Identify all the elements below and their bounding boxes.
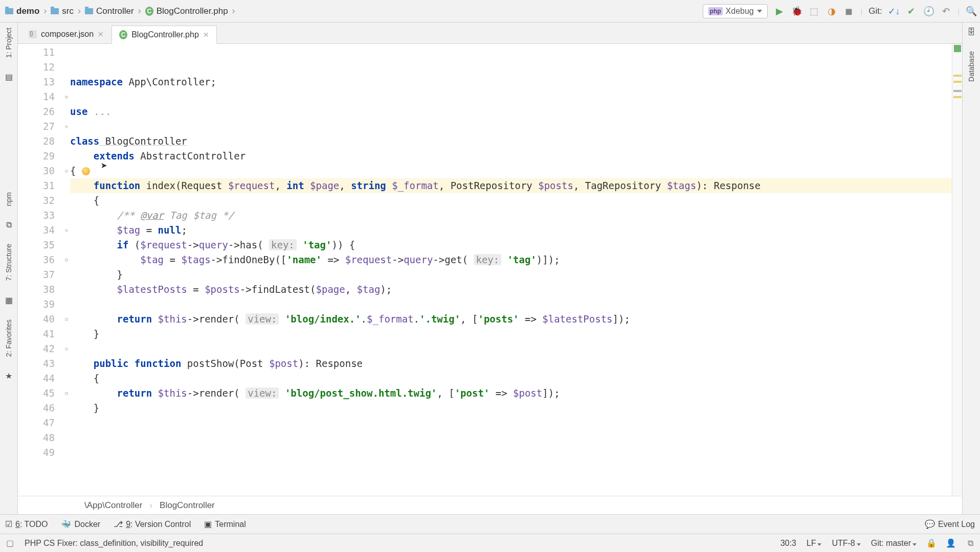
- tool-tab-todo[interactable]: ☑ 6: TODO: [5, 519, 48, 529]
- close-icon[interactable]: ✕: [98, 30, 104, 38]
- php-class-icon: C: [119, 31, 127, 39]
- line-number: 39: [18, 297, 55, 312]
- fold-icon[interactable]: ⊟: [63, 312, 70, 327]
- tab-label: composer.json: [41, 30, 94, 39]
- debug-icon[interactable]: 🐞: [791, 6, 803, 17]
- php-class-icon: C: [145, 7, 153, 15]
- line-number: 44: [18, 371, 55, 386]
- main: 1: Project ▤ npm ⧉ 7: Structure ▦ 2: Fav…: [0, 22, 980, 514]
- run-icon[interactable]: ▶: [774, 6, 785, 17]
- line-number: 11: [18, 45, 55, 60]
- tool-tab-vcs[interactable]: ⎇ 9: Version Control: [114, 519, 191, 529]
- intention-bulb-icon[interactable]: [82, 167, 90, 175]
- error-stripe[interactable]: [952, 44, 962, 496]
- line-number: 49: [18, 445, 55, 460]
- project-icon[interactable]: ▤: [5, 72, 13, 82]
- line-number: 30: [18, 164, 55, 178]
- breadcrumb-label: BlogController.php: [157, 6, 228, 16]
- fold-icon[interactable]: ⊖: [63, 119, 70, 134]
- history-icon[interactable]: 🕘: [923, 6, 934, 17]
- tool-tab-terminal[interactable]: ▣ Terminal: [204, 519, 246, 529]
- tool-tab-event-log[interactable]: 💬 Event Log: [925, 519, 975, 529]
- code-editor[interactable]: 11 12 13 14 26 27 28 29 30 31 32 33 34 3…: [18, 44, 962, 496]
- rail-label: 1: Project: [5, 28, 13, 58]
- npm-icon[interactable]: ▦: [5, 295, 13, 305]
- rail-label: 2: Favorites: [5, 319, 13, 357]
- tool-window-toggle-icon[interactable]: ▢: [5, 539, 14, 548]
- tab-label: BlogController.php: [131, 30, 199, 39]
- fold-column[interactable]: ⊕ ⊖ ⊖ ⊖ ⊟ ⊟ ⊖ ⊟: [63, 44, 70, 496]
- right-tool-rail: 🗄 Database: [962, 22, 980, 514]
- line-number: 37: [18, 267, 55, 282]
- close-icon[interactable]: ✕: [203, 31, 209, 39]
- git-branch-select[interactable]: Git: master: [871, 539, 917, 548]
- chevron-right-icon: ›: [232, 6, 235, 16]
- rail-item-project[interactable]: 1: Project: [5, 28, 13, 58]
- fold-icon[interactable]: ⊖: [63, 341, 70, 356]
- line-number: 31: [18, 178, 55, 193]
- statusbar: ▢ PHP CS Fixer: class_definition, visibi…: [0, 534, 980, 552]
- line-separator[interactable]: LF: [807, 539, 822, 548]
- tab-composer-json[interactable]: composer.json ✕: [21, 25, 112, 43]
- coverage-icon[interactable]: ⬚: [809, 6, 820, 17]
- favorites-icon[interactable]: ★: [5, 371, 12, 381]
- rail-label: 7: Structure: [5, 244, 13, 281]
- breadcrumb-label: demo: [16, 6, 39, 16]
- folder-icon: [85, 7, 93, 15]
- breadcrumb-item-file[interactable]: C BlogController.php: [143, 5, 230, 17]
- breadcrumb-item-controller[interactable]: Controller: [83, 5, 136, 17]
- rail-item-npm[interactable]: 7: Structure: [5, 244, 13, 281]
- rail-item-database[interactable]: Database: [967, 51, 975, 82]
- left-tool-rail: 1: Project ▤ npm ⧉ 7: Structure ▦ 2: Fav…: [0, 22, 18, 514]
- git-label: Git:: [868, 6, 882, 16]
- fold-icon[interactable]: ⊖: [63, 223, 70, 238]
- gutter[interactable]: 11 12 13 14 26 27 28 29 30 31 32 33 34 3…: [18, 44, 63, 496]
- rail-label: Database: [967, 51, 975, 82]
- fold-icon[interactable]: ⊟: [63, 252, 70, 267]
- docker-icon: 🐳: [61, 519, 71, 529]
- chevron-down-icon: [757, 10, 762, 13]
- encoding-select[interactable]: UTF-8: [832, 539, 860, 548]
- database-icon[interactable]: 🗄: [967, 28, 975, 37]
- git-update-icon[interactable]: ✓↓: [888, 6, 900, 17]
- line-number: 14: [18, 89, 55, 104]
- line-number: 27: [18, 119, 55, 134]
- breadcrumb-item-src[interactable]: src: [49, 5, 76, 17]
- line-number: 38: [18, 282, 55, 297]
- stop-icon[interactable]: ◼: [843, 6, 855, 17]
- fold-icon[interactable]: ⊟: [63, 386, 70, 401]
- analysis-ok-icon: [954, 45, 961, 52]
- run-config-select[interactable]: php Xdebug: [703, 4, 768, 18]
- fold-icon[interactable]: ⊕: [63, 89, 70, 104]
- tool-tab-label: Terminal: [215, 520, 246, 529]
- tab-blogcontroller[interactable]: C BlogController.php ✕: [112, 26, 217, 44]
- code-area[interactable]: namespace App\Controller; use ... class …: [70, 44, 952, 496]
- topbar-tools: php Xdebug ▶ 🐞 ⬚ ◑ ◼ | Git: ✓↓ ✔ 🕘 ↶ | 🔍: [703, 4, 977, 18]
- profile-icon[interactable]: ◑: [826, 6, 837, 17]
- line-number: 28: [18, 134, 55, 149]
- line-number: 40: [18, 312, 55, 327]
- search-icon[interactable]: 🔍: [966, 6, 977, 17]
- rail-item-favorites[interactable]: 2: Favorites: [5, 319, 13, 357]
- chevron-down-icon: [857, 543, 861, 546]
- lock-icon[interactable]: 🔒: [927, 539, 936, 548]
- line-number: 35: [18, 238, 55, 252]
- caret-position[interactable]: 30:3: [781, 539, 796, 548]
- run-config-label: Xdebug: [726, 7, 754, 16]
- inspections-icon[interactable]: 👤: [946, 539, 955, 548]
- tool-tab-docker[interactable]: 🐳 Docker: [61, 519, 100, 529]
- line-number: 32: [18, 193, 55, 208]
- line-number: 26: [18, 104, 55, 119]
- line-number: 46: [18, 401, 55, 416]
- tool-tab-label: Docker: [74, 520, 100, 529]
- memory-icon[interactable]: ⧉: [966, 539, 975, 548]
- rail-item-structure[interactable]: npm: [5, 192, 13, 206]
- git-commit-icon[interactable]: ✔: [906, 6, 917, 17]
- breadcrumb-label: src: [62, 6, 74, 16]
- fold-icon[interactable]: ⊖: [63, 164, 70, 178]
- breadcrumb-item-demo[interactable]: demo: [3, 5, 41, 17]
- revert-icon[interactable]: ↶: [941, 6, 952, 17]
- structure-icon[interactable]: ⧉: [6, 220, 12, 229]
- status-message: PHP CS Fixer: class_definition, visibili…: [25, 539, 203, 548]
- vcs-icon: ⎇: [114, 519, 123, 529]
